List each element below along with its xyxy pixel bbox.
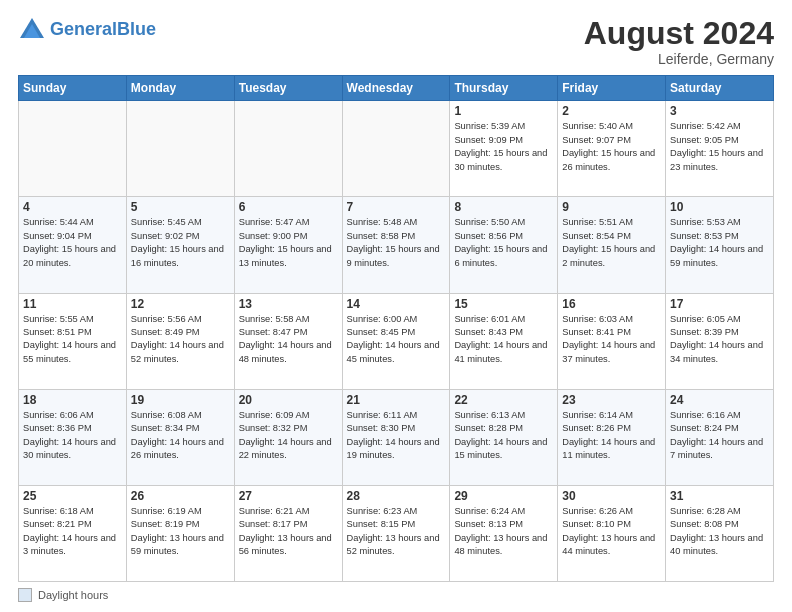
weekday-header-row: SundayMondayTuesdayWednesdayThursdayFrid…	[19, 76, 774, 101]
calendar-cell: 12Sunrise: 5:56 AM Sunset: 8:49 PM Dayli…	[126, 293, 234, 389]
weekday-header: Thursday	[450, 76, 558, 101]
logo-icon	[18, 16, 46, 44]
calendar-cell: 16Sunrise: 6:03 AM Sunset: 8:41 PM Dayli…	[558, 293, 666, 389]
logo-text: GeneralBlue	[50, 20, 156, 40]
calendar-cell: 11Sunrise: 5:55 AM Sunset: 8:51 PM Dayli…	[19, 293, 127, 389]
day-number: 19	[131, 393, 230, 407]
calendar-cell: 6Sunrise: 5:47 AM Sunset: 9:00 PM Daylig…	[234, 197, 342, 293]
day-info: Sunrise: 5:42 AM Sunset: 9:05 PM Dayligh…	[670, 120, 769, 174]
calendar-cell: 29Sunrise: 6:24 AM Sunset: 8:13 PM Dayli…	[450, 485, 558, 581]
calendar-table: SundayMondayTuesdayWednesdayThursdayFrid…	[18, 75, 774, 582]
calendar-cell: 7Sunrise: 5:48 AM Sunset: 8:58 PM Daylig…	[342, 197, 450, 293]
day-info: Sunrise: 6:23 AM Sunset: 8:15 PM Dayligh…	[347, 505, 446, 559]
day-number: 10	[670, 200, 769, 214]
calendar-cell: 5Sunrise: 5:45 AM Sunset: 9:02 PM Daylig…	[126, 197, 234, 293]
day-info: Sunrise: 6:21 AM Sunset: 8:17 PM Dayligh…	[239, 505, 338, 559]
day-number: 24	[670, 393, 769, 407]
weekday-header: Saturday	[666, 76, 774, 101]
day-number: 27	[239, 489, 338, 503]
day-info: Sunrise: 6:05 AM Sunset: 8:39 PM Dayligh…	[670, 313, 769, 367]
day-info: Sunrise: 6:19 AM Sunset: 8:19 PM Dayligh…	[131, 505, 230, 559]
logo: GeneralBlue	[18, 16, 156, 44]
day-number: 21	[347, 393, 446, 407]
calendar-cell: 27Sunrise: 6:21 AM Sunset: 8:17 PM Dayli…	[234, 485, 342, 581]
calendar-cell: 3Sunrise: 5:42 AM Sunset: 9:05 PM Daylig…	[666, 101, 774, 197]
month-title: August 2024	[584, 16, 774, 51]
day-number: 5	[131, 200, 230, 214]
calendar-cell: 14Sunrise: 6:00 AM Sunset: 8:45 PM Dayli…	[342, 293, 450, 389]
calendar-cell: 30Sunrise: 6:26 AM Sunset: 8:10 PM Dayli…	[558, 485, 666, 581]
calendar-cell: 28Sunrise: 6:23 AM Sunset: 8:15 PM Dayli…	[342, 485, 450, 581]
day-number: 30	[562, 489, 661, 503]
weekday-header: Friday	[558, 76, 666, 101]
calendar-week-row: 1Sunrise: 5:39 AM Sunset: 9:09 PM Daylig…	[19, 101, 774, 197]
day-info: Sunrise: 6:28 AM Sunset: 8:08 PM Dayligh…	[670, 505, 769, 559]
day-info: Sunrise: 5:39 AM Sunset: 9:09 PM Dayligh…	[454, 120, 553, 174]
day-info: Sunrise: 5:55 AM Sunset: 8:51 PM Dayligh…	[23, 313, 122, 367]
header: GeneralBlue August 2024 Leiferde, German…	[18, 16, 774, 67]
weekday-header: Tuesday	[234, 76, 342, 101]
day-number: 28	[347, 489, 446, 503]
calendar-cell: 26Sunrise: 6:19 AM Sunset: 8:19 PM Dayli…	[126, 485, 234, 581]
day-info: Sunrise: 6:08 AM Sunset: 8:34 PM Dayligh…	[131, 409, 230, 463]
day-info: Sunrise: 5:53 AM Sunset: 8:53 PM Dayligh…	[670, 216, 769, 270]
day-info: Sunrise: 6:14 AM Sunset: 8:26 PM Dayligh…	[562, 409, 661, 463]
day-info: Sunrise: 6:24 AM Sunset: 8:13 PM Dayligh…	[454, 505, 553, 559]
calendar-cell: 18Sunrise: 6:06 AM Sunset: 8:36 PM Dayli…	[19, 389, 127, 485]
day-number: 9	[562, 200, 661, 214]
day-number: 31	[670, 489, 769, 503]
day-number: 1	[454, 104, 553, 118]
day-number: 20	[239, 393, 338, 407]
calendar-cell: 15Sunrise: 6:01 AM Sunset: 8:43 PM Dayli…	[450, 293, 558, 389]
calendar-cell: 17Sunrise: 6:05 AM Sunset: 8:39 PM Dayli…	[666, 293, 774, 389]
calendar-cell: 25Sunrise: 6:18 AM Sunset: 8:21 PM Dayli…	[19, 485, 127, 581]
day-number: 15	[454, 297, 553, 311]
day-number: 23	[562, 393, 661, 407]
day-number: 11	[23, 297, 122, 311]
calendar-cell: 31Sunrise: 6:28 AM Sunset: 8:08 PM Dayli…	[666, 485, 774, 581]
day-number: 6	[239, 200, 338, 214]
calendar-cell: 10Sunrise: 5:53 AM Sunset: 8:53 PM Dayli…	[666, 197, 774, 293]
day-number: 29	[454, 489, 553, 503]
day-number: 3	[670, 104, 769, 118]
day-info: Sunrise: 6:26 AM Sunset: 8:10 PM Dayligh…	[562, 505, 661, 559]
day-info: Sunrise: 6:00 AM Sunset: 8:45 PM Dayligh…	[347, 313, 446, 367]
logo-line2: Blue	[117, 19, 156, 39]
calendar-cell: 13Sunrise: 5:58 AM Sunset: 8:47 PM Dayli…	[234, 293, 342, 389]
day-info: Sunrise: 5:44 AM Sunset: 9:04 PM Dayligh…	[23, 216, 122, 270]
weekday-header: Monday	[126, 76, 234, 101]
day-info: Sunrise: 5:51 AM Sunset: 8:54 PM Dayligh…	[562, 216, 661, 270]
day-info: Sunrise: 5:45 AM Sunset: 9:02 PM Dayligh…	[131, 216, 230, 270]
day-number: 14	[347, 297, 446, 311]
legend-label: Daylight hours	[38, 589, 108, 601]
day-info: Sunrise: 6:09 AM Sunset: 8:32 PM Dayligh…	[239, 409, 338, 463]
day-number: 26	[131, 489, 230, 503]
calendar-week-row: 11Sunrise: 5:55 AM Sunset: 8:51 PM Dayli…	[19, 293, 774, 389]
day-info: Sunrise: 6:16 AM Sunset: 8:24 PM Dayligh…	[670, 409, 769, 463]
calendar-cell: 21Sunrise: 6:11 AM Sunset: 8:30 PM Dayli…	[342, 389, 450, 485]
calendar-cell	[19, 101, 127, 197]
day-info: Sunrise: 6:18 AM Sunset: 8:21 PM Dayligh…	[23, 505, 122, 559]
location: Leiferde, Germany	[584, 51, 774, 67]
day-number: 18	[23, 393, 122, 407]
weekday-header: Wednesday	[342, 76, 450, 101]
day-info: Sunrise: 5:40 AM Sunset: 9:07 PM Dayligh…	[562, 120, 661, 174]
calendar-cell: 8Sunrise: 5:50 AM Sunset: 8:56 PM Daylig…	[450, 197, 558, 293]
day-info: Sunrise: 5:47 AM Sunset: 9:00 PM Dayligh…	[239, 216, 338, 270]
day-info: Sunrise: 6:03 AM Sunset: 8:41 PM Dayligh…	[562, 313, 661, 367]
calendar-week-row: 4Sunrise: 5:44 AM Sunset: 9:04 PM Daylig…	[19, 197, 774, 293]
calendar-cell: 23Sunrise: 6:14 AM Sunset: 8:26 PM Dayli…	[558, 389, 666, 485]
calendar-cell	[342, 101, 450, 197]
weekday-header: Sunday	[19, 76, 127, 101]
legend-box	[18, 588, 32, 602]
calendar-cell	[234, 101, 342, 197]
calendar-cell: 1Sunrise: 5:39 AM Sunset: 9:09 PM Daylig…	[450, 101, 558, 197]
page: GeneralBlue August 2024 Leiferde, German…	[0, 0, 792, 612]
day-number: 12	[131, 297, 230, 311]
calendar-cell: 9Sunrise: 5:51 AM Sunset: 8:54 PM Daylig…	[558, 197, 666, 293]
day-info: Sunrise: 6:01 AM Sunset: 8:43 PM Dayligh…	[454, 313, 553, 367]
day-number: 8	[454, 200, 553, 214]
day-info: Sunrise: 5:48 AM Sunset: 8:58 PM Dayligh…	[347, 216, 446, 270]
day-number: 2	[562, 104, 661, 118]
day-info: Sunrise: 5:50 AM Sunset: 8:56 PM Dayligh…	[454, 216, 553, 270]
